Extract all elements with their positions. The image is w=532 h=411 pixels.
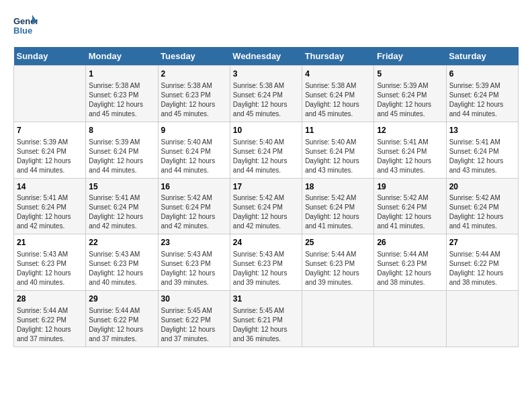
day-number: 12 bbox=[377, 125, 443, 136]
day-number: 11 bbox=[305, 125, 371, 136]
day-info-line: Daylight: 12 hours bbox=[305, 269, 371, 278]
day-info-line: Sunset: 6:23 PM bbox=[161, 91, 227, 100]
day-info-line: and 44 minutes. bbox=[17, 166, 83, 175]
day-info-line: Daylight: 12 hours bbox=[449, 156, 515, 166]
day-info-line: Sunset: 6:22 PM bbox=[89, 316, 154, 325]
day-number: 24 bbox=[233, 237, 299, 248]
day-info-line: Daylight: 12 hours bbox=[161, 156, 227, 166]
day-info-line: Sunrise: 5:42 AM bbox=[305, 193, 371, 203]
day-number: 23 bbox=[161, 237, 227, 248]
day-info-line: Sunset: 6:22 PM bbox=[17, 316, 83, 325]
day-info-line: Sunrise: 5:45 AM bbox=[161, 306, 227, 316]
day-info-line: Daylight: 12 hours bbox=[17, 156, 83, 166]
day-info-line: Sunrise: 5:41 AM bbox=[377, 138, 443, 147]
calendar-cell bbox=[446, 291, 518, 347]
day-number: 25 bbox=[305, 237, 371, 248]
day-number: 18 bbox=[305, 181, 371, 193]
day-info-line: Daylight: 12 hours bbox=[305, 156, 371, 166]
day-info-line: and 44 minutes. bbox=[161, 166, 227, 175]
day-info-line: Sunrise: 5:44 AM bbox=[305, 250, 371, 259]
day-number: 8 bbox=[89, 125, 154, 136]
day-info-line: Sunset: 6:23 PM bbox=[89, 259, 154, 269]
day-info-line: Sunrise: 5:38 AM bbox=[233, 81, 299, 91]
day-info-line: Sunset: 6:22 PM bbox=[161, 316, 227, 325]
day-info-line: Daylight: 12 hours bbox=[233, 269, 299, 278]
day-info-line: Daylight: 12 hours bbox=[233, 212, 299, 222]
calendar-cell: 4Sunrise: 5:38 AMSunset: 6:24 PMDaylight… bbox=[302, 66, 374, 122]
day-info-line: Sunrise: 5:39 AM bbox=[89, 138, 154, 147]
calendar-cell: 3Sunrise: 5:38 AMSunset: 6:24 PMDaylight… bbox=[230, 66, 302, 122]
calendar-cell: 20Sunrise: 5:42 AMSunset: 6:24 PMDayligh… bbox=[446, 178, 518, 234]
day-info-line: Sunset: 6:23 PM bbox=[377, 259, 443, 269]
calendar-cell: 29Sunrise: 5:44 AMSunset: 6:22 PMDayligh… bbox=[86, 291, 158, 347]
day-number: 13 bbox=[449, 125, 515, 136]
calendar-cell: 10Sunrise: 5:40 AMSunset: 6:24 PMDayligh… bbox=[230, 122, 302, 178]
calendar-week-row: 14Sunrise: 5:41 AMSunset: 6:24 PMDayligh… bbox=[14, 178, 519, 234]
day-info-line: Sunset: 6:24 PM bbox=[305, 203, 371, 212]
day-info-line: Sunset: 6:24 PM bbox=[233, 147, 299, 156]
day-info-line: and 41 minutes. bbox=[449, 222, 515, 231]
day-info-line: Sunrise: 5:42 AM bbox=[161, 193, 227, 203]
day-info-line: Daylight: 12 hours bbox=[233, 100, 299, 109]
day-info-line: Sunrise: 5:42 AM bbox=[449, 193, 515, 203]
day-info-line: Daylight: 12 hours bbox=[89, 269, 154, 278]
day-info-line: Sunrise: 5:43 AM bbox=[161, 250, 227, 259]
day-info-line: and 43 minutes. bbox=[449, 166, 515, 175]
calendar-week-row: 28Sunrise: 5:44 AMSunset: 6:22 PMDayligh… bbox=[14, 291, 519, 347]
day-number: 15 bbox=[89, 181, 154, 193]
calendar-cell: 18Sunrise: 5:42 AMSunset: 6:24 PMDayligh… bbox=[302, 178, 374, 234]
day-info-line: Daylight: 12 hours bbox=[17, 269, 83, 278]
day-info-line: Sunrise: 5:41 AM bbox=[17, 193, 83, 203]
calendar-cell: 11Sunrise: 5:40 AMSunset: 6:24 PMDayligh… bbox=[302, 122, 374, 178]
day-info-line: and 36 minutes. bbox=[233, 334, 299, 344]
day-info-line: Sunset: 6:24 PM bbox=[89, 147, 154, 156]
day-info-line: Daylight: 12 hours bbox=[233, 325, 299, 334]
calendar-cell: 23Sunrise: 5:43 AMSunset: 6:23 PMDayligh… bbox=[158, 234, 230, 291]
day-info-line: and 42 minutes. bbox=[17, 222, 83, 231]
day-info-line: Daylight: 12 hours bbox=[89, 156, 154, 166]
day-number: 3 bbox=[233, 68, 299, 80]
calendar-cell bbox=[302, 291, 374, 347]
calendar-week-row: 21Sunrise: 5:43 AMSunset: 6:23 PMDayligh… bbox=[14, 234, 519, 291]
column-header-thursday: Thursday bbox=[302, 47, 374, 66]
day-info-line: Daylight: 12 hours bbox=[377, 269, 443, 278]
day-info-line: and 45 minutes. bbox=[161, 109, 227, 119]
day-number: 17 bbox=[233, 181, 299, 193]
logo-text: General Blue bbox=[13, 13, 38, 40]
calendar-cell: 2Sunrise: 5:38 AMSunset: 6:23 PMDaylight… bbox=[158, 66, 230, 122]
day-info-line: Sunset: 6:24 PM bbox=[449, 147, 515, 156]
day-number: 26 bbox=[377, 237, 443, 248]
day-info-line: Daylight: 12 hours bbox=[161, 212, 227, 222]
day-info-line: Sunset: 6:23 PM bbox=[305, 259, 371, 269]
day-info-line: Sunset: 6:22 PM bbox=[449, 259, 515, 269]
day-info-line: Sunrise: 5:44 AM bbox=[377, 250, 443, 259]
day-info-line: and 37 minutes. bbox=[89, 334, 154, 344]
day-info-line: Sunset: 6:24 PM bbox=[17, 147, 83, 156]
column-header-sunday: Sunday bbox=[14, 47, 86, 66]
column-header-monday: Monday bbox=[86, 47, 158, 66]
calendar-cell: 25Sunrise: 5:44 AMSunset: 6:23 PMDayligh… bbox=[302, 234, 374, 291]
day-info-line: Daylight: 12 hours bbox=[17, 325, 83, 334]
day-info-line: Sunrise: 5:45 AM bbox=[233, 306, 299, 316]
day-info-line: Sunrise: 5:40 AM bbox=[305, 138, 371, 147]
day-info-line: Sunset: 6:23 PM bbox=[17, 259, 83, 269]
day-number: 6 bbox=[449, 68, 515, 80]
day-info-line: and 42 minutes. bbox=[233, 222, 299, 231]
day-number: 30 bbox=[161, 293, 227, 305]
day-info-line: and 39 minutes. bbox=[305, 278, 371, 287]
day-number: 2 bbox=[161, 68, 227, 80]
day-info-line: Sunrise: 5:43 AM bbox=[233, 250, 299, 259]
day-number: 10 bbox=[233, 125, 299, 136]
day-number: 1 bbox=[89, 68, 154, 80]
calendar-week-row: 7Sunrise: 5:39 AMSunset: 6:24 PMDaylight… bbox=[14, 122, 519, 178]
day-info-line: and 45 minutes. bbox=[89, 109, 154, 119]
calendar-cell bbox=[14, 66, 86, 122]
day-info-line: Sunrise: 5:40 AM bbox=[161, 138, 227, 147]
calendar-header: SundayMondayTuesdayWednesdayThursdayFrid… bbox=[14, 47, 519, 66]
header-row: SundayMondayTuesdayWednesdayThursdayFrid… bbox=[14, 47, 519, 66]
day-info-line: Sunset: 6:23 PM bbox=[161, 259, 227, 269]
calendar-cell: 17Sunrise: 5:42 AMSunset: 6:24 PMDayligh… bbox=[230, 178, 302, 234]
day-number: 14 bbox=[17, 181, 83, 193]
day-info-line: and 40 minutes. bbox=[17, 278, 83, 287]
column-header-friday: Friday bbox=[374, 47, 446, 66]
